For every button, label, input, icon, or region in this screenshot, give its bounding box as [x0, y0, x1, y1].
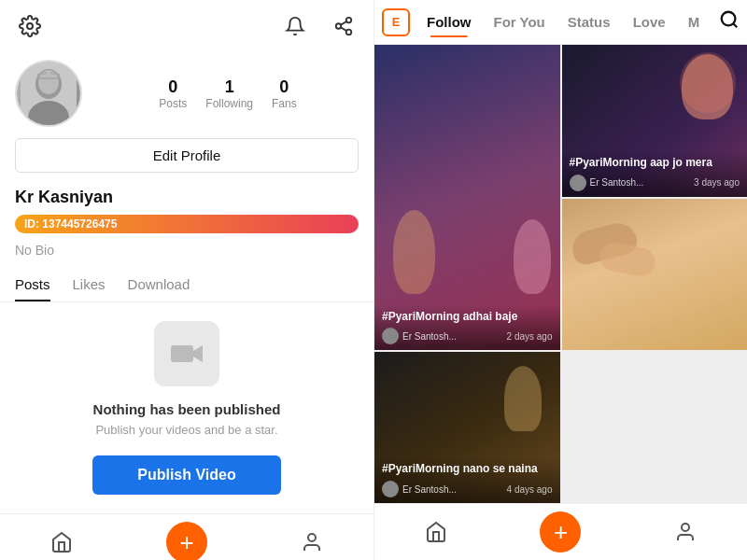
right-add-nav[interactable]: + [540, 511, 581, 553]
tab-download[interactable]: Download [128, 269, 190, 301]
right-profile-nav[interactable] [667, 513, 704, 551]
search-icon[interactable] [719, 9, 740, 35]
left-add-nav[interactable]: + [166, 522, 207, 560]
channel-icon[interactable]: E [382, 8, 410, 36]
video-camera-icon [154, 321, 219, 386]
svg-line-5 [341, 21, 346, 25]
fans-stat: 0 Fans [272, 77, 297, 110]
right-bottom-nav: + [374, 503, 747, 560]
svg-point-0 [27, 23, 33, 29]
feed-item-3[interactable] [562, 199, 748, 351]
publish-video-button[interactable]: Publish Video [92, 455, 281, 495]
svg-point-14 [308, 534, 316, 541]
tab-follow[interactable]: Follow [417, 7, 481, 37]
svg-line-4 [341, 27, 346, 31]
svg-point-1 [346, 18, 352, 23]
feed-time-1: 2 days ago [507, 331, 553, 342]
feed-overlay-2: #PyariMorning aap jo mera Er Santosh... … [562, 150, 748, 197]
feed-meta-1: Er Santosh... 2 days ago [382, 328, 553, 344]
tab-more[interactable]: M [679, 7, 710, 37]
tab-likes[interactable]: Likes [73, 269, 106, 301]
feed-title-2: #PyariMorning aap jo mera [570, 156, 740, 171]
following-stat: 1 Following [205, 77, 253, 110]
following-label: Following [205, 97, 253, 110]
left-home-nav[interactable] [43, 524, 80, 560]
edit-profile-button[interactable]: Edit Profile [15, 138, 359, 173]
svg-line-16 [733, 23, 737, 27]
svg-point-17 [682, 524, 689, 531]
feed-grid: #PyariMorning adhai baje Er Santosh... 2… [374, 45, 747, 503]
notification-icon[interactable] [280, 11, 310, 41]
svg-point-2 [336, 23, 342, 29]
following-count: 1 [205, 77, 253, 97]
stats-row: 0 Posts 1 Following 0 Fans [97, 77, 359, 110]
username: Kr Kasniyan [0, 184, 374, 211]
tab-love[interactable]: Love [624, 7, 675, 37]
right-plus-icon: + [554, 518, 568, 547]
feed-item-4[interactable]: #PyariMorning nano se naina Er Santosh..… [374, 352, 560, 503]
left-profile-nav[interactable] [293, 524, 331, 560]
tab-for-you[interactable]: For You [485, 7, 555, 37]
empty-title: Nothing has been published [93, 401, 281, 417]
svg-point-15 [722, 11, 736, 25]
feed-item-2[interactable]: #PyariMorning aap jo mera Er Santosh... … [562, 45, 748, 197]
right-panel: E Follow For You Status Love M #PyariMor… [374, 0, 747, 560]
svg-rect-13 [171, 345, 193, 362]
feed-title-1: #PyariMorning adhai baje [382, 310, 553, 325]
feed-overlay-4: #PyariMorning nano se naina Er Santosh..… [374, 456, 560, 503]
fans-label: Fans [272, 97, 297, 110]
feed-title-4: #PyariMorning nano se naina [382, 462, 553, 477]
empty-posts-section: Nothing has been published Publish your … [0, 302, 374, 513]
posts-stat: 0 Posts [159, 77, 187, 110]
feed-author-1: Er Santosh... [402, 331, 503, 342]
feed-author-avatar-1 [382, 328, 399, 344]
left-bottom-nav: + [0, 513, 374, 560]
feed-overlay-1: #PyariMorning adhai baje Er Santosh... 2… [374, 304, 560, 351]
feed-item-1[interactable]: #PyariMorning adhai baje Er Santosh... 2… [374, 45, 560, 350]
empty-subtitle: Publish your videos and be a star. [95, 423, 277, 437]
avatar [15, 60, 82, 127]
posts-label: Posts [159, 97, 187, 110]
fans-count: 0 [272, 77, 297, 97]
plus-icon: + [179, 528, 193, 557]
tab-posts[interactable]: Posts [15, 269, 50, 301]
feed-meta-4: Er Santosh... 4 days ago [382, 481, 553, 497]
avatar-image [17, 62, 80, 125]
left-panel: 0 Posts 1 Following 0 Fans Edit Profile … [0, 0, 374, 560]
feed-author-2: Er Santosh... [590, 177, 691, 188]
share-icon[interactable] [329, 11, 359, 41]
left-topbar [0, 0, 374, 52]
posts-count: 0 [159, 77, 187, 97]
feed-time-4: 4 days ago [507, 484, 553, 495]
feed-meta-2: Er Santosh... 3 days ago [570, 175, 740, 191]
settings-icon[interactable] [15, 11, 45, 41]
right-home-nav[interactable] [417, 513, 455, 551]
svg-point-3 [346, 30, 352, 35]
feed-time-2: 3 days ago [694, 177, 740, 188]
profile-tabs: Posts Likes Download [0, 269, 374, 302]
feed-author-avatar-4 [382, 481, 399, 497]
feed-author-avatar-2 [570, 175, 586, 191]
profile-section: 0 Posts 1 Following 0 Fans [0, 52, 374, 138]
right-topbar: E Follow For You Status Love M [374, 0, 747, 45]
bio-text: No Bio [0, 241, 374, 269]
feed-author-4: Er Santosh... [402, 484, 503, 495]
user-id-badge: ID: 137445726475 [15, 215, 359, 233]
tab-status[interactable]: Status [558, 7, 620, 37]
